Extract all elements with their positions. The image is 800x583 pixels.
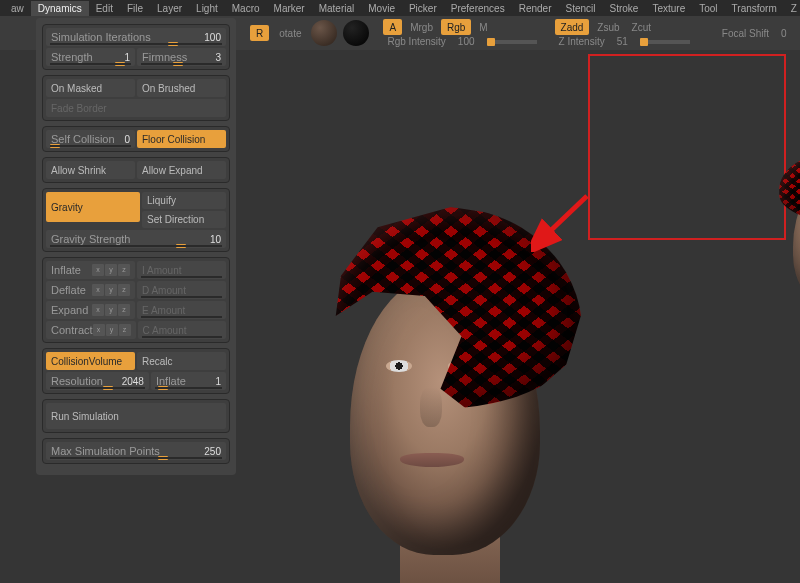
menu-item[interactable]: Light bbox=[189, 1, 225, 16]
a-button[interactable]: A bbox=[383, 19, 402, 35]
rgb-intensity-label: Rgb Intensity bbox=[383, 36, 449, 47]
z-intensity-label: Z Intensity bbox=[555, 36, 609, 47]
inset-preview bbox=[588, 54, 786, 240]
zsub-label[interactable]: Zsub bbox=[593, 22, 623, 33]
dynamics-panel: Simulation Iterations100 Strength1 Firmn… bbox=[36, 18, 236, 475]
collision-volume-button[interactable]: CollisionVolume bbox=[46, 352, 135, 370]
head-model bbox=[290, 225, 600, 583]
on-masked-button[interactable]: On Masked bbox=[46, 79, 135, 97]
contract-button[interactable]: Contractxyz bbox=[46, 321, 136, 339]
material-sphere-dark[interactable] bbox=[343, 20, 369, 46]
self-collision-slider[interactable]: Self Collision0 bbox=[46, 130, 135, 148]
focal-shift-value: 0 bbox=[777, 28, 791, 39]
c-amount-slider[interactable]: C Amount bbox=[138, 321, 226, 339]
rotate-label: otate bbox=[275, 28, 305, 39]
z-intensity-slider[interactable] bbox=[640, 40, 690, 44]
r-button[interactable]: R bbox=[250, 25, 269, 41]
menu-item[interactable]: Texture bbox=[645, 1, 692, 16]
focal-shift-label: Focal Shift bbox=[718, 28, 773, 39]
menu-item[interactable]: Stroke bbox=[603, 1, 646, 16]
run-simulation-button[interactable]: Run Simulation bbox=[46, 403, 226, 429]
menu-item-dynamics[interactable]: Dynamics bbox=[31, 1, 89, 16]
recalc-button[interactable]: Recalc bbox=[137, 352, 226, 370]
menu-item[interactable]: Transform bbox=[725, 1, 784, 16]
menu-item[interactable]: Preferences bbox=[444, 1, 512, 16]
material-sphere[interactable] bbox=[311, 20, 337, 46]
m-label[interactable]: M bbox=[475, 22, 491, 33]
gravity-strength-slider[interactable]: Gravity Strength10 bbox=[46, 230, 226, 248]
on-brushed-button[interactable]: On Brushed bbox=[137, 79, 226, 97]
z-intensity-value: 51 bbox=[613, 36, 632, 47]
fade-border-button[interactable]: Fade Border bbox=[46, 99, 226, 117]
allow-expand-button[interactable]: Allow Expand bbox=[137, 161, 226, 179]
menu-item[interactable]: Marker bbox=[267, 1, 312, 16]
menu-item[interactable]: Layer bbox=[150, 1, 189, 16]
inflate-button[interactable]: Inflatexyz bbox=[46, 261, 135, 279]
e-amount-slider[interactable]: E Amount bbox=[137, 301, 226, 319]
menu-item[interactable]: Movie bbox=[361, 1, 402, 16]
menu-item[interactable]: Render bbox=[512, 1, 559, 16]
gravity-button[interactable]: Gravity bbox=[46, 192, 140, 222]
menu-item[interactable]: Material bbox=[312, 1, 362, 16]
menu-bar: aw Dynamics Edit File Layer Light Macro … bbox=[0, 0, 800, 16]
menu-item[interactable]: File bbox=[120, 1, 150, 16]
menu-item[interactable]: Edit bbox=[89, 1, 120, 16]
allow-shrink-button[interactable]: Allow Shrink bbox=[46, 161, 135, 179]
rgb-intensity-slider[interactable] bbox=[487, 40, 537, 44]
inflate-value-slider[interactable]: Inflate1 bbox=[151, 372, 226, 390]
strength-slider[interactable]: Strength1 bbox=[46, 48, 135, 66]
menu-item[interactable]: Stencil bbox=[558, 1, 602, 16]
mrgb-label[interactable]: Mrgb bbox=[406, 22, 437, 33]
floor-collision-button[interactable]: Floor Collision bbox=[137, 130, 226, 148]
i-amount-slider[interactable]: I Amount bbox=[137, 261, 226, 279]
menu-item[interactable]: Macro bbox=[225, 1, 267, 16]
set-direction-button[interactable]: Set Direction bbox=[142, 211, 226, 228]
deflate-button[interactable]: Deflatexyz bbox=[46, 281, 135, 299]
zcut-label[interactable]: Zcut bbox=[628, 22, 655, 33]
menu-item[interactable]: Tool bbox=[692, 1, 724, 16]
liquify-button[interactable]: Liquify bbox=[142, 192, 226, 209]
resolution-slider[interactable]: Resolution2048 bbox=[46, 372, 149, 390]
menu-item[interactable]: aw bbox=[4, 1, 31, 16]
sim-iterations-slider[interactable]: Simulation Iterations100 bbox=[46, 28, 226, 46]
d-amount-slider[interactable]: D Amount bbox=[137, 281, 226, 299]
menu-item[interactable]: Picker bbox=[402, 1, 444, 16]
rgb-intensity-value: 100 bbox=[454, 36, 479, 47]
rgb-button[interactable]: Rgb bbox=[441, 19, 471, 35]
max-sim-points-slider[interactable]: Max Simulation Points250 bbox=[46, 442, 226, 460]
firmness-slider[interactable]: Firmness3 bbox=[137, 48, 226, 66]
expand-button[interactable]: Expandxyz bbox=[46, 301, 135, 319]
zadd-button[interactable]: Zadd bbox=[555, 19, 590, 35]
menu-item[interactable]: Z bbox=[784, 1, 800, 16]
